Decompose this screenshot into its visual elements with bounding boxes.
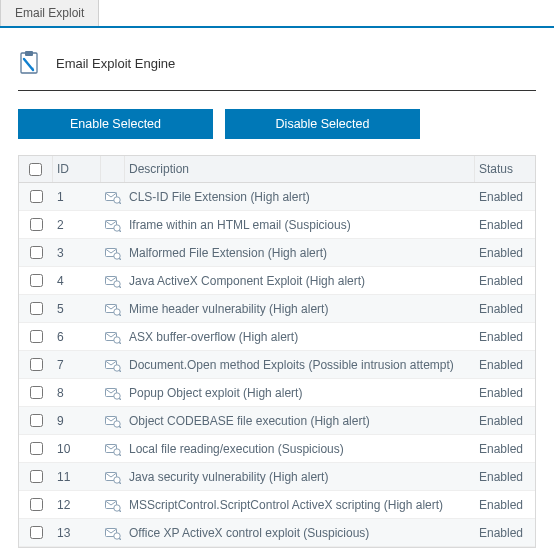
row-checkbox[interactable] (30, 386, 43, 399)
row-checkbox[interactable] (30, 246, 43, 259)
header-checkbox-cell (19, 156, 53, 182)
row-status: Enabled (475, 295, 535, 322)
table-row[interactable]: 4Java ActiveX Component Exploit (High al… (19, 267, 535, 295)
row-checkbox-cell (19, 183, 53, 210)
row-checkbox[interactable] (30, 302, 43, 315)
action-buttons: Enable Selected Disable Selected (18, 91, 536, 155)
row-description: Mime header vulnerability (High alert) (125, 295, 475, 322)
row-description: Iframe within an HTML email (Suspicious) (125, 211, 475, 238)
row-description: ASX buffer-overflow (High alert) (125, 323, 475, 350)
svg-point-23 (114, 476, 120, 482)
mail-search-icon (101, 491, 125, 518)
row-status: Enabled (475, 323, 535, 350)
row-status: Enabled (475, 463, 535, 490)
row-description: Object CODEBASE file execution (High ale… (125, 407, 475, 434)
row-description: Malformed File Extension (High alert) (125, 239, 475, 266)
table-row[interactable]: 11Java security vulnerability (High aler… (19, 463, 535, 491)
row-checkbox-cell (19, 295, 53, 322)
row-id: 9 (53, 407, 101, 434)
page-header: Email Exploit Engine (18, 42, 536, 91)
row-description: CLS-ID File Extension (High alert) (125, 183, 475, 210)
row-checkbox-cell (19, 491, 53, 518)
table-header: ID Description Status (19, 156, 535, 183)
row-status: Enabled (475, 239, 535, 266)
row-checkbox[interactable] (30, 498, 43, 511)
row-status: Enabled (475, 435, 535, 462)
row-id: 1 (53, 183, 101, 210)
row-status: Enabled (475, 211, 535, 238)
clipboard-icon (18, 50, 40, 76)
row-id: 2 (53, 211, 101, 238)
mail-search-icon (101, 211, 125, 238)
row-status: Enabled (475, 407, 535, 434)
svg-point-9 (114, 280, 120, 286)
row-description: Java security vulnerability (High alert) (125, 463, 475, 490)
svg-point-3 (114, 196, 120, 202)
table-row[interactable]: 12MSScriptControl.ScriptControl ActiveX … (19, 491, 535, 519)
row-status: Enabled (475, 491, 535, 518)
disable-selected-button[interactable]: Disable Selected (225, 109, 420, 139)
row-checkbox[interactable] (30, 470, 43, 483)
row-description: MSScriptControl.ScriptControl ActiveX sc… (125, 491, 475, 518)
row-checkbox-cell (19, 211, 53, 238)
header-id[interactable]: ID (53, 156, 101, 182)
row-id: 8 (53, 379, 101, 406)
exploit-table: ID Description Status 1CLS-ID File Exten… (18, 155, 536, 548)
content-area: Email Exploit Engine Enable Selected Dis… (0, 28, 554, 548)
page-title: Email Exploit Engine (56, 56, 175, 71)
table-row[interactable]: 7Document.Open method Exploits (Possible… (19, 351, 535, 379)
row-description: Local file reading/execution (Suspicious… (125, 435, 475, 462)
row-status: Enabled (475, 183, 535, 210)
table-row[interactable]: 3Malformed File Extension (High alert)En… (19, 239, 535, 267)
row-checkbox[interactable] (30, 358, 43, 371)
table-row[interactable]: 5Mime header vulnerability (High alert)E… (19, 295, 535, 323)
mail-search-icon (101, 519, 125, 546)
row-checkbox-cell (19, 323, 53, 350)
select-all-checkbox[interactable] (29, 163, 42, 176)
table-row[interactable]: 8Popup Object exploit (High alert)Enable… (19, 379, 535, 407)
row-checkbox[interactable] (30, 414, 43, 427)
mail-search-icon (101, 267, 125, 294)
row-checkbox-cell (19, 407, 53, 434)
row-checkbox[interactable] (30, 526, 43, 539)
row-checkbox[interactable] (30, 218, 43, 231)
row-checkbox[interactable] (30, 274, 43, 287)
mail-search-icon (101, 463, 125, 490)
row-checkbox[interactable] (30, 330, 43, 343)
mail-search-icon (101, 323, 125, 350)
svg-point-13 (114, 336, 120, 342)
table-row[interactable]: 2Iframe within an HTML email (Suspicious… (19, 211, 535, 239)
row-checkbox-cell (19, 267, 53, 294)
row-checkbox-cell (19, 379, 53, 406)
table-row[interactable]: 6ASX buffer-overflow (High alert)Enabled (19, 323, 535, 351)
row-id: 11 (53, 463, 101, 490)
header-description[interactable]: Description (125, 156, 475, 182)
row-checkbox[interactable] (30, 442, 43, 455)
mail-search-icon (101, 379, 125, 406)
tab-email-exploit[interactable]: Email Exploit (0, 0, 99, 26)
row-id: 3 (53, 239, 101, 266)
svg-point-25 (114, 504, 120, 510)
mail-search-icon (101, 435, 125, 462)
svg-point-11 (114, 308, 120, 314)
row-id: 7 (53, 351, 101, 378)
table-body: 1CLS-ID File Extension (High alert)Enabl… (19, 183, 535, 547)
row-id: 4 (53, 267, 101, 294)
row-description: Office XP ActiveX control exploit (Suspi… (125, 519, 475, 546)
table-row[interactable]: 1CLS-ID File Extension (High alert)Enabl… (19, 183, 535, 211)
svg-point-21 (114, 448, 120, 454)
row-checkbox-cell (19, 351, 53, 378)
mail-search-icon (101, 295, 125, 322)
row-checkbox[interactable] (30, 190, 43, 203)
svg-point-5 (114, 224, 120, 230)
header-status[interactable]: Status (475, 156, 535, 182)
svg-point-7 (114, 252, 120, 258)
table-row[interactable]: 10Local file reading/execution (Suspicio… (19, 435, 535, 463)
row-checkbox-cell (19, 435, 53, 462)
enable-selected-button[interactable]: Enable Selected (18, 109, 213, 139)
table-row[interactable]: 9Object CODEBASE file execution (High al… (19, 407, 535, 435)
table-row[interactable]: 13Office XP ActiveX control exploit (Sus… (19, 519, 535, 547)
svg-point-17 (114, 392, 120, 398)
row-checkbox-cell (19, 463, 53, 490)
row-status: Enabled (475, 267, 535, 294)
